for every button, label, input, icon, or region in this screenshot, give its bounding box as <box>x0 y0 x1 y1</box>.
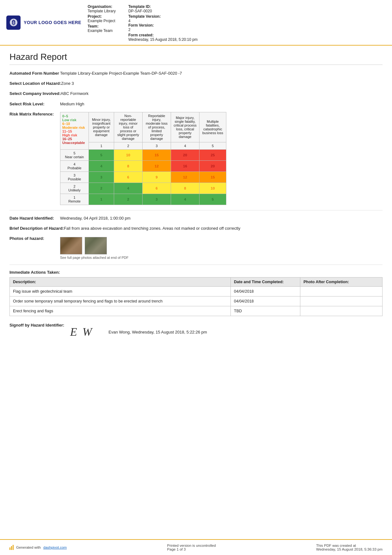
footer-pdf-value: Wednesday, 15 August 2018, 5:36:33 pm <box>316 547 383 551</box>
footer-right: This PDF was created at Wednesday, 15 Au… <box>316 544 383 551</box>
header-meta-left: Organisation: Template Library Project: … <box>88 4 116 42</box>
version-line: Template Version: 4 Form Version: 2 <box>128 14 198 32</box>
cell-2-4: 8 <box>171 183 199 194</box>
team-label: Team: <box>88 24 116 28</box>
photo-thumbs <box>60 237 128 254</box>
cell-4-3: 12 <box>143 160 171 171</box>
cell-5-3: 15 <box>143 149 171 160</box>
risk-matrix-row: Risk Matrix Reference: 0–5 Low risk 6–10… <box>9 111 383 205</box>
header-meta-right: Template ID: DP-SAF-0020 Template Versio… <box>128 4 198 42</box>
col-photo-header: Photo After Completion: <box>300 278 383 287</box>
select-risk-row: Select Risk Level: Medium High <box>9 101 383 107</box>
photos-row: Photos of hazard: See full page photos a… <box>9 236 383 259</box>
cell-5-5: 25 <box>199 149 226 160</box>
dashpivot-icon <box>9 545 14 550</box>
row-label-1: 1Remote <box>60 194 89 205</box>
select-risk-label: Select Risk Level: <box>9 101 60 107</box>
row-label-3: 3Possible <box>60 171 89 183</box>
header-meta: Organisation: Template Library Project: … <box>88 3 386 42</box>
consequence-header-4: Major injury, single fatality, critical … <box>171 112 199 142</box>
footer-uncontrolled: Printed version is uncontrolled <box>167 544 216 547</box>
photos-label: Photos of hazard: <box>9 236 60 241</box>
divider-2 <box>9 265 383 265</box>
project-line: Project: Example Project <box>88 14 116 23</box>
legend-high-label: High risk <box>62 133 77 137</box>
signoff-details: Evan Wong, Wednesday, 15 August 2018, 5:… <box>108 330 207 334</box>
cell-4-4: 16 <box>171 160 199 171</box>
action-row-2: Order some temporary small temporary fen… <box>10 296 383 306</box>
team-line: Team: Example Team <box>88 24 116 33</box>
org-line: Organisation: Template Library <box>88 4 116 13</box>
cell-3-2: 6 <box>114 171 143 183</box>
select-location-row: Select Location of Hazard: Zone 3 <box>9 81 383 86</box>
date-identified-row: Date Hazard Identified: Wednesday, 04 Ap… <box>9 215 383 221</box>
brief-description-value: Fall from area above excavation and tren… <box>64 226 383 231</box>
immediate-actions-heading: Immediate Actions Taken: <box>9 270 383 275</box>
select-location-value: Zone 3 <box>61 81 383 86</box>
form-version-label: Form Version: <box>128 23 154 28</box>
cell-3-4: 12 <box>171 171 199 183</box>
form-created-value: Wednesday, 15 August 2018, 5:20:10 pm <box>128 37 198 42</box>
template-version-value: 4 <box>128 19 198 23</box>
consequence-header-1: Minor injury, insignificant property or … <box>89 112 114 142</box>
template-version-label: Template Version: <box>128 14 161 19</box>
photo-thumb-2 <box>85 237 107 254</box>
template-id-line: Template ID: DP-SAF-0020 <box>128 4 198 13</box>
org-value: Template Library <box>88 9 116 13</box>
project-label: Project: <box>88 14 116 19</box>
risk-matrix-label: Risk Matrix Reference: <box>9 111 60 117</box>
select-company-row: Select Company Involved: ABC Formwork <box>9 91 383 97</box>
action-1-description: Flag issue with geotechnical team <box>10 287 231 296</box>
consequence-num-4: 4 <box>171 142 199 149</box>
consequence-num-5: 5 <box>199 142 226 149</box>
cell-1-3: 3 <box>143 194 171 205</box>
cell-4-2: 8 <box>114 160 143 171</box>
risk-matrix-container: 0–5 Low risk 6–10 Moderate risk 11–15 Hi… <box>60 112 226 205</box>
select-location-label: Select Location of Hazard: <box>9 81 61 86</box>
legend-low-range: 0–5 <box>62 114 68 118</box>
legend-moderate-label: Moderate risk <box>62 126 85 129</box>
select-company-value: ABC Formwork <box>61 91 383 97</box>
cell-2-2: 4 <box>114 183 143 194</box>
cell-1-4: 4 <box>171 194 199 205</box>
automated-form-number-label: Automated Form Number <box>9 71 60 76</box>
cell-1-1: 1 <box>89 194 114 205</box>
photo-image-2 <box>85 237 107 254</box>
cell-3-5: 15 <box>199 171 226 183</box>
consequence-num-3: 3 <box>143 142 171 149</box>
matrix-row-5: 5Near certain 5 10 15 20 25 <box>60 149 226 160</box>
matrix-row-4: 4Probable 4 8 12 16 20 <box>60 160 226 171</box>
matrix-row-3: 3Possible 3 6 9 12 15 <box>60 171 226 183</box>
select-risk-value: Medium High <box>60 101 383 107</box>
action-1-date: 04/04/2018 <box>231 287 300 296</box>
photo-caption: See full page photos attached at end of … <box>60 256 128 259</box>
legend-unacceptable-range: 16–25 <box>62 137 72 141</box>
legend-unacceptable-label: Unacceptable <box>62 141 85 145</box>
brief-description-row: Brief Description of Hazard: Fall from a… <box>9 226 383 231</box>
action-row-1: Flag issue with geotechnical team 04/04/… <box>10 287 383 296</box>
signoff-label: Signoff by Hazard Identifier: <box>9 322 64 328</box>
cell-2-5: 10 <box>199 183 226 194</box>
cell-4-1: 4 <box>89 160 114 171</box>
cell-1-2: 2 <box>114 194 143 205</box>
action-3-photo <box>300 306 383 316</box>
automated-form-number-row: Automated Form Number Template Library-E… <box>9 71 383 76</box>
cell-4-5: 20 <box>199 160 226 171</box>
form-created-label: Form created: <box>128 33 154 37</box>
footer-generated-text: Generated with <box>16 546 41 549</box>
row-label-2: 2Unlikely <box>60 183 89 194</box>
matrix-row-2: 2Unlikely 2 4 6 8 10 <box>60 183 226 194</box>
form-created-line: Form created: Wednesday, 15 August 2018,… <box>128 33 198 42</box>
consequence-num-1: 1 <box>89 142 114 149</box>
legend-low-label: Low risk <box>62 118 77 122</box>
signature-text: E W <box>70 325 93 339</box>
date-identified-value: Wednesday, 04 April 2018, 1:00:00 pm <box>60 215 383 221</box>
legend-moderate-range: 6–10 <box>62 122 70 126</box>
consequence-header-5: Multiple fatalities, catastrophic busine… <box>199 112 226 142</box>
col-date-header: Date and Time Completed: <box>231 278 300 287</box>
automated-form-number-value: Template Library-Example Project-Example… <box>60 71 383 76</box>
matrix-row-1: 1Remote 1 2 3 4 5 <box>60 194 226 205</box>
footer-link[interactable]: dashpivot.com <box>43 546 67 549</box>
row-label-4: 4Probable <box>60 160 89 171</box>
action-3-description: Erect fencing and flags <box>10 306 231 316</box>
